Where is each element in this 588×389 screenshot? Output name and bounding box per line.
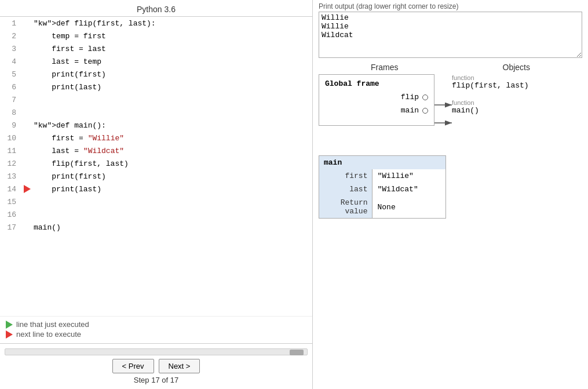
main-frame-row-first: first "Willie" [319, 169, 445, 183]
code-line-13: 13 print(first) [0, 170, 312, 183]
frames-header: Frames [371, 63, 398, 72]
line-code-text: first = last [34, 45, 312, 53]
viz-headers: Frames Objects [319, 63, 582, 74]
return-val-label: Returnvalue [319, 196, 372, 218]
frame-dot-main [422, 108, 428, 114]
code-line-12: 12 flip(first, last) [0, 157, 312, 170]
line-number: 13 [0, 172, 21, 181]
main-frame-title: main [319, 156, 445, 169]
frame-dot-flip [422, 94, 428, 100]
objects-header: Objects [503, 63, 530, 72]
prev-button[interactable]: < Prev [112, 359, 154, 373]
main-frame-val-last: "Wildcat" [372, 183, 445, 196]
frame-name-main: main [401, 106, 419, 115]
next-button[interactable]: Next > [159, 359, 200, 373]
code-line-2: 2 temp = first [0, 30, 312, 42]
line-code-text: print(last) [34, 83, 312, 92]
legend-red: next line to execute [6, 330, 306, 339]
red-arrow-icon [6, 330, 13, 339]
line-number: 6 [0, 83, 21, 92]
line-code-text: print(last) [34, 185, 312, 194]
line-code-text: last = "Wildcat" [34, 147, 312, 155]
line-code-text: first = "Willie" [34, 134, 312, 143]
line-number: 7 [0, 96, 21, 104]
return-val-value: None [372, 196, 445, 218]
obj-box-main: function main() [452, 99, 529, 115]
legend: line that just executed next line to exe… [0, 316, 312, 343]
code-line-16: 16 [0, 208, 312, 221]
global-frame-title: Global frame [325, 79, 428, 88]
obj-label-main: function [452, 99, 529, 106]
code-line-7: 7 [0, 93, 312, 106]
line-number: 3 [0, 45, 21, 53]
line-number: 10 [0, 134, 21, 143]
obj-value-main: main() [452, 106, 529, 115]
objects-panel: function flip(first, last) function main… [452, 74, 529, 115]
step-label: Step 17 of 17 [134, 376, 178, 384]
line-code-text: main() [34, 223, 312, 232]
frame-row-main: main [325, 106, 428, 115]
main-frame-key-last: last [319, 183, 372, 196]
line-number: 15 [0, 198, 21, 206]
right-panel: Print output (drag lower right corner to… [313, 0, 588, 389]
line-code-text: "kw">def flip(first, last): [34, 19, 312, 28]
code-area: 1"kw">def flip(first, last):2 temp = fir… [0, 17, 312, 316]
code-line-11: 11 last = "Wildcat" [0, 144, 312, 157]
legend-red-text: next line to execute [16, 330, 81, 339]
code-line-14: 14 print(last) [0, 183, 312, 195]
scrollbar-row [0, 347, 312, 357]
global-frame: Global frame flip main [319, 74, 434, 126]
obj-value-flip: flip(first, last) [452, 81, 529, 90]
main-frame: main first "Willie" last "Wildcat" Retur… [319, 155, 446, 219]
main-frame-row-last: last "Wildcat" [319, 183, 445, 196]
frame-row-flip: flip [325, 93, 428, 101]
line-number: 11 [0, 147, 21, 155]
green-arrow-icon [6, 321, 13, 329]
line-code-text: temp = first [34, 32, 312, 41]
code-line-6: 6 print(last) [0, 81, 312, 93]
code-title: Python 3.6 [0, 0, 312, 17]
main-frame-table: first "Willie" last "Wildcat" Returnvalu… [319, 169, 445, 218]
legend-green-text: line that just executed [16, 320, 89, 329]
line-code-text: print(first) [34, 70, 312, 79]
red-arrow-indicator [24, 185, 31, 193]
code-line-17: 17main() [0, 221, 312, 234]
code-line-3: 3 first = last [0, 42, 312, 55]
line-number: 4 [0, 57, 21, 66]
line-number: 9 [0, 121, 21, 130]
main-frame-key-first: first [319, 169, 372, 183]
line-arrow [21, 185, 34, 193]
line-number: 12 [0, 159, 21, 168]
code-line-4: 4 last = temp [0, 55, 312, 68]
main-frame-val-first: "Willie" [372, 169, 445, 183]
line-number: 1 [0, 19, 21, 28]
print-output-box[interactable]: Willie Willie Wildcat [319, 12, 582, 58]
scrollbar-thumb[interactable] [290, 350, 304, 355]
line-code-text: flip(first, last) [34, 159, 312, 168]
line-number: 8 [0, 108, 21, 117]
line-number: 17 [0, 223, 21, 232]
viz-body: Global frame flip main [319, 74, 582, 383]
line-number: 14 [0, 185, 21, 194]
line-code-text: "kw">def main(): [34, 121, 312, 130]
line-number: 5 [0, 70, 21, 79]
obj-label-flip: function [452, 74, 529, 81]
line-code-text: print(first) [34, 172, 312, 181]
obj-box-flip: function flip(first, last) [452, 74, 529, 90]
frame-name-flip: flip [401, 93, 419, 101]
code-line-10: 10 first = "Willie" [0, 132, 312, 144]
line-number: 16 [0, 210, 21, 219]
scrollbar-track[interactable] [5, 348, 308, 355]
code-line-9: 9"kw">def main(): [0, 119, 312, 132]
line-code-text: last = temp [34, 57, 312, 66]
code-line-15: 15 [0, 195, 312, 208]
legend-green: line that just executed [6, 320, 306, 329]
viz-container: Frames Objects Global frame flip main [319, 63, 582, 383]
main-frame-row-return: Returnvalue None [319, 196, 445, 218]
line-number: 2 [0, 32, 21, 41]
left-panel: Python 3.6 1"kw">def flip(first, last):2… [0, 0, 313, 389]
code-line-1: 1"kw">def flip(first, last): [0, 17, 312, 30]
print-output-content: Willie Willie Wildcat [322, 13, 353, 39]
btn-row: < Prev Next > [112, 359, 200, 373]
print-output-label: Print output (drag lower right corner to… [319, 0, 582, 12]
